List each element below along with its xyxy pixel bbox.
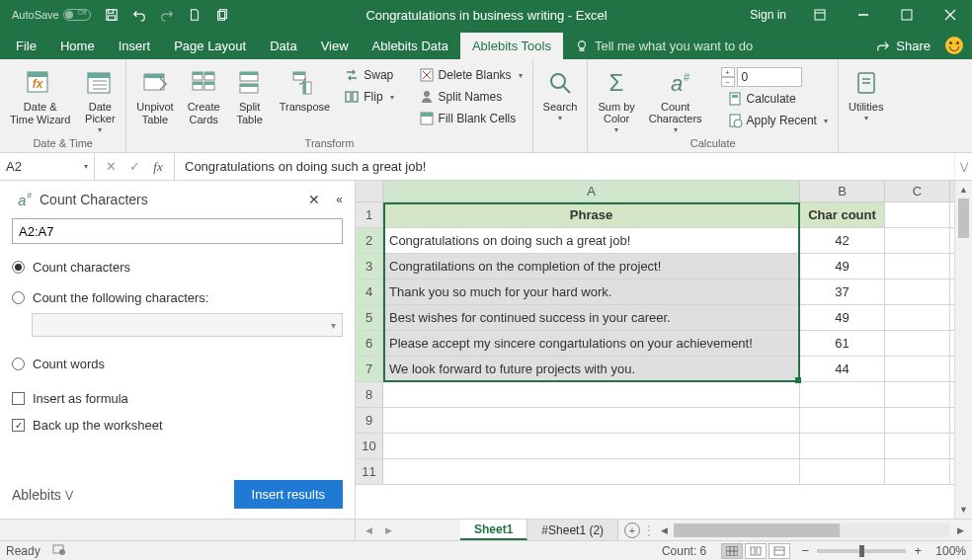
cell[interactable]: Phrase — [383, 202, 800, 227]
cell[interactable] — [885, 459, 950, 484]
cell[interactable] — [383, 382, 800, 407]
column-header-b[interactable]: B — [800, 181, 885, 201]
cell[interactable] — [800, 434, 885, 458]
cell[interactable]: 49 — [800, 305, 885, 330]
prev-sheet-icon[interactable]: ◀ — [360, 525, 377, 535]
row-header[interactable]: 5 — [356, 305, 383, 330]
tab-view[interactable]: View — [309, 33, 361, 59]
view-page-layout-icon[interactable] — [745, 543, 767, 559]
radio-count-characters[interactable]: Count characters — [12, 260, 343, 275]
next-sheet-icon[interactable]: ▶ — [379, 525, 397, 535]
swap-button[interactable]: Swap — [338, 65, 399, 85]
date-picker-button[interactable]: Date Picker ▾ — [78, 63, 122, 134]
undo-icon[interactable] — [126, 2, 152, 28]
row-header[interactable]: 2 — [356, 228, 383, 253]
cell[interactable]: 37 — [800, 280, 885, 304]
create-cards-button[interactable]: Create Cards — [182, 63, 226, 134]
macro-record-icon[interactable] — [52, 543, 66, 558]
redo-icon[interactable] — [154, 2, 180, 28]
cell[interactable] — [885, 434, 950, 458]
characters-select[interactable] — [32, 313, 343, 337]
cell[interactable] — [885, 382, 950, 407]
sheet-tab[interactable]: #Sheet1 (2) — [527, 520, 618, 540]
row-header[interactable]: 4 — [356, 280, 383, 304]
zoom-in-button[interactable]: + — [912, 543, 924, 558]
radio-count-following[interactable]: Count the following characters: — [12, 290, 343, 305]
cell[interactable] — [885, 280, 950, 304]
cell[interactable]: 49 — [800, 254, 885, 279]
row-header[interactable]: 9 — [356, 408, 383, 433]
cancel-icon[interactable]: ✕ — [99, 156, 122, 178]
sheet-tab[interactable]: Sheet1 — [460, 520, 527, 540]
tab-insert[interactable]: Insert — [107, 33, 163, 59]
new-sheet-button[interactable]: + — [618, 520, 646, 540]
row-header[interactable]: 3 — [356, 254, 383, 279]
cell[interactable] — [383, 434, 800, 458]
new-file-icon[interactable] — [182, 2, 207, 28]
cell[interactable]: Please accept my sincere congartulations… — [383, 331, 800, 356]
cell[interactable] — [885, 228, 950, 253]
close-icon[interactable] — [929, 0, 972, 30]
column-header-a[interactable]: A — [383, 181, 800, 201]
flip-button[interactable]: Flip▾ — [338, 87, 399, 107]
cell[interactable]: 42 — [800, 228, 885, 253]
cell[interactable] — [800, 382, 885, 407]
worksheet-grid[interactable]: A B C 1 Phrase Char count 2Congratulatio… — [356, 181, 972, 519]
split-table-button[interactable]: Split Table — [228, 63, 272, 134]
date-time-wizard-button[interactable]: fx Date & Time Wizard — [4, 63, 76, 134]
row-header[interactable]: 6 — [356, 331, 383, 356]
formula-input[interactable]: Congratulations on doing such a great jo… — [175, 153, 954, 180]
tab-ablebits-data[interactable]: Ablebits Data — [361, 33, 460, 59]
cell[interactable]: We look forward to future projects with … — [383, 357, 800, 381]
checkbox-insert-formula[interactable]: Insert as formula — [12, 391, 343, 406]
scroll-down-icon[interactable]: ▼ — [955, 501, 972, 519]
tab-data[interactable]: Data — [258, 33, 308, 59]
fx-icon[interactable]: fx — [146, 156, 170, 178]
scrollbar-thumb[interactable] — [958, 199, 969, 238]
radio-count-words[interactable]: Count words — [12, 357, 343, 371]
cell[interactable] — [885, 408, 950, 433]
zoom-out-button[interactable]: − — [799, 543, 811, 558]
expand-formula-bar[interactable]: ⋁ — [954, 153, 972, 180]
fill-blank-cells-button[interactable]: Fill Blank Cells — [413, 109, 528, 128]
scroll-right-icon[interactable]: ▶ — [952, 525, 968, 535]
split-names-button[interactable]: Split Names — [413, 87, 528, 107]
share-button[interactable]: Share — [866, 33, 940, 59]
autosave-toggle[interactable]: AutoSave Off — [6, 9, 97, 21]
select-all-corner[interactable] — [356, 181, 383, 201]
cell[interactable] — [885, 357, 950, 381]
cell[interactable] — [383, 408, 800, 433]
sum-by-color-button[interactable]: Σ Sum by Color ▾ — [592, 63, 640, 134]
column-header-c[interactable]: C — [885, 181, 950, 201]
cell[interactable] — [885, 331, 950, 356]
ribbon-display-icon[interactable] — [798, 0, 842, 30]
cell[interactable] — [885, 202, 950, 227]
horizontal-scrollbar[interactable]: ◀ ▶ — [652, 520, 972, 540]
view-page-break-icon[interactable] — [769, 543, 790, 559]
tab-home[interactable]: Home — [48, 33, 107, 59]
tab-page-layout[interactable]: Page Layout — [162, 33, 258, 59]
close-panel-icon[interactable]: ✕ — [308, 192, 320, 207]
transpose-button[interactable]: Transpose — [274, 63, 337, 134]
cell[interactable]: 44 — [800, 357, 885, 381]
scrollbar-thumb[interactable] — [674, 523, 840, 537]
maximize-icon[interactable] — [885, 0, 929, 30]
delete-blanks-button[interactable]: Delete Blanks▾ — [413, 65, 528, 85]
cell[interactable]: Congratulations on doing such a great jo… — [383, 228, 800, 253]
cell[interactable] — [885, 254, 950, 279]
zoom-slider[interactable] — [817, 549, 906, 553]
tell-me-search[interactable]: Tell me what you want to do — [563, 33, 765, 59]
cell[interactable]: Congratilations on the completion of the… — [383, 254, 800, 279]
cell[interactable]: Char count — [800, 202, 885, 227]
search-button[interactable]: Search ▾ — [537, 63, 584, 134]
feedback-icon[interactable] — [940, 32, 968, 59]
view-normal-icon[interactable] — [721, 543, 743, 559]
scroll-left-icon[interactable]: ◀ — [656, 525, 672, 535]
minimize-icon[interactable] — [842, 0, 885, 30]
increment-button[interactable]: + — [721, 67, 735, 77]
cell[interactable] — [800, 408, 885, 433]
cell[interactable]: Thank you so much for your hard work. — [383, 280, 800, 304]
count-characters-button[interactable]: a# Count Characters ▾ — [643, 63, 708, 134]
insert-results-button[interactable]: Insert results — [234, 480, 343, 509]
tab-file[interactable]: File — [4, 33, 48, 59]
